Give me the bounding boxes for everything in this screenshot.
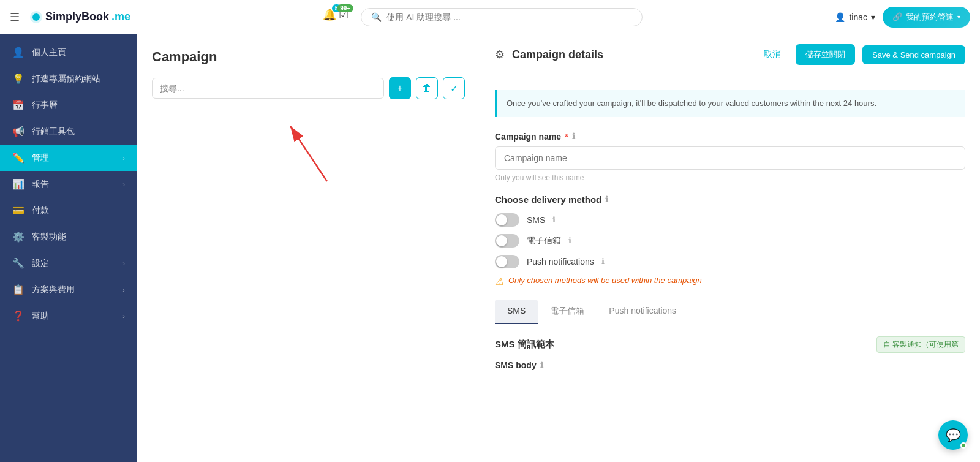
user-icon: 👤 bbox=[835, 12, 845, 22]
sms-toggle-row: SMS ℹ bbox=[495, 213, 965, 227]
sidebar: 👤 個人主頁 💡 打造專屬預約網站 📅 行事曆 📢 行銷工具包 ✏️ 管理 › … bbox=[0, 34, 137, 462]
link-icon: 🔗 bbox=[892, 12, 902, 21]
personal-icon: 👤 bbox=[12, 47, 24, 58]
sms-info-icon[interactable]: ℹ bbox=[552, 215, 556, 224]
chat-icon: 💬 bbox=[946, 428, 961, 442]
sms-template-header: SMS 簡訊範本 自 客製通知（可使用第 bbox=[495, 336, 965, 353]
topbar-right: 👤 tinac ▾ 🔗 我的預約管連 ▾ bbox=[835, 7, 970, 28]
my-booking-button[interactable]: 🔗 我的預約管連 ▾ bbox=[883, 7, 970, 28]
push-toggle-label: Push notifications bbox=[527, 257, 594, 267]
sidebar-item-personal[interactable]: 👤 個人主頁 bbox=[0, 39, 137, 66]
settings-icon: 🔧 bbox=[12, 257, 24, 269]
sidebar-label-build: 打造專屬預約網站 bbox=[32, 74, 125, 85]
template-badge-button[interactable]: 自 客製通知（可使用第 bbox=[876, 336, 965, 353]
svg-point-1 bbox=[32, 13, 40, 21]
tab-push[interactable]: Push notifications bbox=[597, 300, 688, 324]
campaign-name-hint: Only you will see this name bbox=[495, 173, 965, 182]
campaign-panel-title: Campaign bbox=[152, 49, 465, 65]
user-menu[interactable]: 👤 tinac ▾ bbox=[835, 12, 875, 22]
sidebar-item-report[interactable]: 📊 報告 › bbox=[0, 171, 137, 197]
check-icon: ✓ bbox=[450, 83, 458, 94]
email-toggle[interactable] bbox=[495, 234, 519, 248]
sms-body-label: SMS body ℹ bbox=[495, 360, 965, 370]
save-close-button[interactable]: 儲存並關閉 bbox=[796, 44, 855, 65]
sidebar-label-marketing: 行銷工具包 bbox=[32, 126, 125, 137]
check-campaign-button[interactable]: ✓ bbox=[443, 77, 465, 99]
push-toggle[interactable] bbox=[495, 255, 519, 268]
sms-toggle-label: SMS bbox=[527, 215, 545, 225]
search-icon: 🔍 bbox=[371, 12, 382, 22]
user-name: tinac bbox=[849, 12, 867, 22]
method-tabs: SMS 電子信箱 Push notifications bbox=[495, 300, 965, 324]
topbar-left: ☰ SimplyBook.me bbox=[10, 10, 130, 24]
custom-icon: ⚙️ bbox=[12, 231, 24, 243]
svg-line-3 bbox=[290, 126, 327, 181]
sidebar-label-calendar: 行事曆 bbox=[32, 100, 125, 111]
hamburger-icon[interactable]: ☰ bbox=[10, 10, 20, 24]
report-icon: 📊 bbox=[12, 178, 24, 190]
build-icon: 💡 bbox=[12, 73, 24, 85]
warning-icon: ⚠ bbox=[495, 276, 503, 287]
sms-body-info-icon[interactable]: ℹ bbox=[540, 360, 543, 369]
email-info-icon[interactable]: ℹ bbox=[568, 236, 571, 245]
details-header: ⚙ Campaign details 取消 儲存並關閉 Save & Send … bbox=[480, 34, 980, 75]
logo-icon bbox=[29, 10, 43, 24]
chat-online-dot bbox=[960, 442, 967, 449]
campaign-name-input[interactable] bbox=[495, 146, 965, 170]
add-campaign-button[interactable]: + bbox=[389, 77, 411, 99]
search-input[interactable] bbox=[386, 12, 632, 22]
search-bar: 🔍 bbox=[361, 8, 643, 26]
chat-bubble[interactable]: 💬 bbox=[938, 420, 968, 450]
manage-icon: ✏️ bbox=[12, 152, 24, 164]
sidebar-item-marketing[interactable]: 📢 行銷工具包 bbox=[0, 118, 137, 145]
sidebar-item-plans[interactable]: 📋 方案與費用 › bbox=[0, 276, 137, 303]
required-star: * bbox=[565, 132, 568, 142]
calendar-icon: 📅 bbox=[12, 99, 24, 111]
campaign-name-info-icon[interactable]: ℹ bbox=[572, 132, 575, 141]
logo: SimplyBook.me bbox=[29, 10, 130, 24]
push-toggle-row: Push notifications ℹ bbox=[495, 255, 965, 268]
delivery-info-icon[interactable]: ℹ bbox=[605, 195, 608, 204]
plans-icon: 📋 bbox=[12, 284, 24, 295]
campaign-name-label: Campaign name * ℹ bbox=[495, 132, 965, 142]
manage-arrow: › bbox=[123, 154, 125, 162]
sidebar-item-custom[interactable]: ⚙️ 客製功能 bbox=[0, 224, 137, 250]
sidebar-label-settings: 設定 bbox=[32, 258, 115, 269]
logo-suffix: .me bbox=[111, 10, 130, 23]
content-area: Campaign + 🗑 ✓ bbox=[137, 34, 980, 462]
topbar-center: 🔔 5 ☑ 99+ 🔍 bbox=[140, 8, 825, 26]
sms-toggle[interactable] bbox=[495, 213, 519, 227]
cancel-button[interactable]: 取消 bbox=[756, 45, 788, 64]
user-chevron: ▾ bbox=[871, 12, 875, 22]
sidebar-item-calendar[interactable]: 📅 行事曆 bbox=[0, 92, 137, 118]
save-send-button[interactable]: Save & Send campaign bbox=[862, 45, 965, 64]
push-toggle-knob bbox=[496, 256, 507, 267]
tab-email[interactable]: 電子信箱 bbox=[538, 300, 597, 324]
my-booking-label: 我的預約管連 bbox=[906, 12, 954, 23]
report-arrow: › bbox=[123, 181, 125, 188]
email-toggle-row: 電子信箱 ℹ bbox=[495, 234, 965, 248]
task-btn[interactable]: ☑ 99+ bbox=[339, 8, 349, 26]
push-info-icon[interactable]: ℹ bbox=[601, 257, 605, 266]
notification-bell[interactable]: 🔔 5 bbox=[323, 8, 336, 26]
help-arrow: › bbox=[123, 312, 125, 320]
sidebar-item-payment[interactable]: 💳 付款 bbox=[0, 197, 137, 224]
delete-campaign-button[interactable]: 🗑 bbox=[416, 77, 438, 99]
main-layout: 👤 個人主頁 💡 打造專屬預約網站 📅 行事曆 📢 行銷工具包 ✏️ 管理 › … bbox=[0, 34, 980, 462]
sidebar-item-help[interactable]: ❓ 幫助 › bbox=[0, 303, 137, 329]
campaign-search-input[interactable] bbox=[152, 78, 384, 99]
tab-sms[interactable]: SMS bbox=[495, 300, 538, 324]
sidebar-label-report: 報告 bbox=[32, 179, 115, 190]
sms-template-title: SMS 簡訊範本 bbox=[495, 339, 554, 350]
campaign-list-panel: Campaign + 🗑 ✓ bbox=[137, 34, 480, 462]
task-badge: 99+ bbox=[337, 4, 353, 12]
sidebar-item-build[interactable]: 💡 打造專屬預約網站 bbox=[0, 66, 137, 92]
trash-icon: 🗑 bbox=[422, 83, 432, 94]
help-icon: ❓ bbox=[12, 310, 24, 322]
sidebar-item-settings[interactable]: 🔧 設定 › bbox=[0, 250, 137, 276]
info-box: Once you've crafted your campaign, it'll… bbox=[495, 90, 965, 117]
sidebar-label-payment: 付款 bbox=[32, 205, 125, 216]
warning-text: Only chosen methods will be used within … bbox=[508, 276, 702, 285]
delivery-method-title: Choose delivery method ℹ bbox=[495, 194, 965, 205]
sidebar-item-manage[interactable]: ✏️ 管理 › bbox=[0, 145, 137, 171]
